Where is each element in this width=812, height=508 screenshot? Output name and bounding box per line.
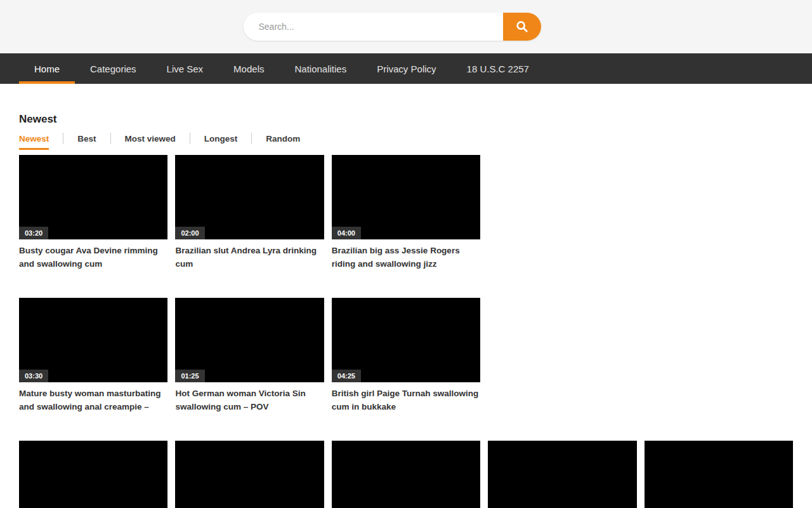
search-bar: [244, 13, 541, 41]
video-card: 03:20 Busty cougar Ava Devine rimming an…: [19, 155, 167, 271]
sort-tabs: Newest Best Most viewed Longest Random: [19, 133, 793, 150]
search-header: [0, 0, 812, 53]
video-title-link[interactable]: Brazilian big ass Jessie Rogers riding a…: [332, 244, 480, 271]
tab-best[interactable]: Best: [77, 134, 96, 150]
duration-badge: 02:00: [175, 227, 204, 239]
tab-most-viewed[interactable]: Most viewed: [125, 134, 176, 150]
video-thumbnail[interactable]: 02:00: [175, 155, 324, 239]
main-nav: Home Categories Live Sex Models National…: [0, 53, 812, 84]
video-thumbnail[interactable]: [175, 441, 324, 508]
main-content: Newest Newest Best Most viewed Longest R…: [19, 113, 793, 508]
duration-badge: 03:20: [19, 227, 48, 239]
tab-divider: [63, 133, 63, 144]
search-icon: [515, 20, 529, 34]
video-thumbnail[interactable]: 03:20: [19, 155, 167, 239]
video-thumbnail[interactable]: 04:00: [332, 155, 480, 239]
duration-badge: 04:25: [332, 370, 361, 382]
video-thumbnail[interactable]: 03:30: [19, 298, 167, 382]
page-title: Newest: [19, 113, 793, 126]
duration-badge: 04:00: [332, 227, 361, 239]
tab-random[interactable]: Random: [266, 134, 300, 150]
video-card: 01:25 Hot German woman Victoria Sin swal…: [175, 298, 324, 413]
nav-item-2257[interactable]: 18 U.S.C 2257: [452, 53, 544, 84]
video-card: 02:00 Brazilian slut Andrea Lyra drinkin…: [175, 155, 324, 271]
video-thumbnail[interactable]: 01:25: [175, 298, 324, 382]
duration-badge: 03:30: [19, 370, 48, 382]
video-thumbnail[interactable]: [645, 441, 793, 508]
video-grid: 03:20 Busty cougar Ava Devine rimming an…: [19, 155, 793, 508]
video-thumbnail[interactable]: [488, 441, 636, 508]
video-thumbnail[interactable]: [19, 441, 167, 508]
video-title-link[interactable]: Hot German woman Victoria Sin swallowing…: [175, 387, 324, 413]
video-card: [488, 441, 636, 508]
video-row: [19, 441, 793, 508]
tab-divider: [251, 133, 252, 144]
tab-newest[interactable]: Newest: [19, 134, 49, 150]
tab-divider: [190, 133, 190, 144]
search-button[interactable]: [503, 13, 541, 41]
video-card: 04:25 British girl Paige Turnah swallowi…: [332, 298, 480, 413]
tab-longest[interactable]: Longest: [204, 134, 238, 150]
video-card: [332, 441, 480, 508]
nav-item-live-sex[interactable]: Live Sex: [152, 53, 219, 84]
nav-item-nationalities[interactable]: Nationalities: [279, 53, 362, 84]
video-thumbnail[interactable]: [332, 441, 480, 508]
video-card: 04:00 Brazilian big ass Jessie Rogers ri…: [332, 155, 480, 271]
nav-item-models[interactable]: Models: [218, 53, 279, 84]
nav-item-categories[interactable]: Categories: [75, 53, 152, 84]
tab-divider: [110, 133, 111, 144]
nav-item-privacy-policy[interactable]: Privacy Policy: [362, 53, 451, 84]
video-card: 03:30 Mature busty woman masturbating an…: [19, 298, 167, 413]
video-card: [645, 441, 793, 508]
video-title-link[interactable]: British girl Paige Turnah swallowing cum…: [332, 387, 480, 413]
video-row: 03:20 Busty cougar Ava Devine rimming an…: [19, 155, 793, 271]
video-card: [19, 441, 167, 508]
video-card: [175, 441, 324, 508]
video-title-link[interactable]: Busty cougar Ava Devine rimming and swal…: [19, 244, 167, 271]
search-input[interactable]: [244, 13, 503, 41]
video-title-link[interactable]: Mature busty woman masturbating and swal…: [19, 387, 167, 413]
video-title-link[interactable]: Brazilian slut Andrea Lyra drinking cum: [175, 244, 324, 271]
video-thumbnail[interactable]: 04:25: [332, 298, 480, 382]
video-row: 03:30 Mature busty woman masturbating an…: [19, 298, 793, 413]
duration-badge: 01:25: [175, 370, 204, 382]
nav-item-home[interactable]: Home: [19, 53, 75, 84]
